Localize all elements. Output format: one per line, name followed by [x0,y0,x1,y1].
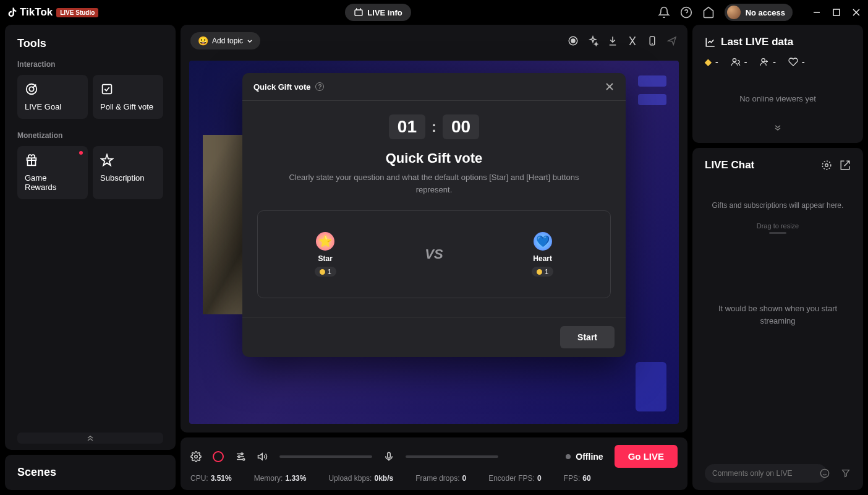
fps-stat: FPS:60 [564,474,591,483]
svg-point-12 [241,453,243,455]
gear-icon[interactable] [190,451,202,462]
notification-dot [79,151,83,155]
live-info-button[interactable]: LIVE info [345,4,411,21]
minimize-icon[interactable] [812,8,821,17]
vote-option-heart[interactable]: 💙 Heart 1 [532,232,553,277]
stat-viewers: - [731,57,747,67]
sliders-icon[interactable] [235,451,246,462]
tools-icon[interactable] [627,35,638,46]
brand-text: TikTok [20,6,53,19]
live-info-label: LIVE info [367,8,402,17]
chat-gifts-empty: Gifts and subscriptions will appear here… [705,183,851,222]
coin-icon [320,269,325,275]
vs-label: VS [425,246,443,262]
last-live-stats: ◆- - - - [705,57,851,67]
chevron-down-icon [247,38,253,44]
chat-title: LIVE Chat [705,159,754,171]
close-icon[interactable] [852,8,861,17]
user-menu[interactable]: No access [725,4,793,21]
subscription-card[interactable]: Subscription [93,146,163,199]
star-cost: 1 [315,267,336,277]
help-icon[interactable] [680,6,692,19]
heart-label: Heart [533,254,552,263]
interaction-label: Interaction [17,60,163,69]
add-topic-button[interactable]: 😀 Add topic [190,32,260,50]
mic-icon[interactable] [383,451,394,462]
chat-stream-empty: It would be shown when you start streami… [705,241,851,389]
chat-input-row [705,464,851,483]
chat-settings-icon[interactable] [821,160,832,171]
header-brand-area: TikTok LIVE Studio [7,6,98,19]
svg-rect-15 [388,452,391,458]
upload-stat: Upload kbps:0kb/s [328,474,393,483]
svg-point-13 [238,455,240,457]
heart-cost: 1 [532,267,553,277]
phone-icon[interactable] [647,35,658,46]
volume-icon[interactable] [257,451,268,462]
left-column: Tools Interaction LIVE Goal Poll & Gift … [5,25,176,490]
star-gift-icon: ⭐ [316,232,334,251]
start-button[interactable]: Start [560,326,615,348]
svg-point-18 [825,164,828,167]
stats-row: CPU:3.51% Memory:1.33% Upload kbps:0kb/s… [190,474,678,483]
scenes-title: Scenes [17,466,163,479]
timer-seconds[interactable]: 00 [443,114,479,139]
maximize-icon[interactable] [832,8,841,17]
timer-colon: : [432,118,436,136]
share-icon[interactable] [666,35,678,46]
encoder-stat: Encoder FPS:0 [488,474,541,483]
live-goal-card[interactable]: LIVE Goal [17,75,88,119]
live-studio-badge: LIVE Studio [56,8,98,17]
status-label: Offline [576,452,603,462]
preview-actions [568,35,678,46]
record-icon[interactable] [568,35,579,46]
app-header: TikTok LIVE Studio LIVE info No access [0,0,868,25]
offline-dot-icon [566,454,571,459]
popout-icon[interactable] [840,160,851,171]
info-icon[interactable]: ? [315,82,324,91]
header-right: No access [658,4,861,21]
stat-likes: - [788,57,805,67]
emoji-icon[interactable] [820,468,830,478]
svg-point-17 [762,59,765,62]
monetization-label: Monetization [17,131,163,140]
svg-point-9 [571,39,575,43]
chat-input[interactable] [705,464,827,483]
chat-divider-handle[interactable] [705,232,851,235]
stat-followers: - [759,57,776,67]
tools-collapse-button[interactable] [17,433,163,444]
target-icon [25,82,38,96]
volume-slider[interactable] [279,455,372,458]
sparkle-icon[interactable] [587,35,598,46]
svg-point-19 [822,161,831,170]
star-label: Star [318,254,333,263]
svg-point-14 [243,458,245,460]
modal-close-icon[interactable] [605,82,615,92]
home-icon[interactable] [702,6,715,19]
last-live-collapse[interactable] [705,122,851,137]
timer-minutes[interactable]: 01 [389,114,425,139]
subscription-label: Subscription [100,173,156,183]
game-rewards-card[interactable]: Game Rewards [17,146,88,199]
poll-gift-card[interactable]: Poll & Gift vote [93,75,163,119]
last-live-title: Last LIVE data [705,36,851,48]
mic-slider[interactable] [406,455,498,458]
record-button[interactable] [213,451,224,462]
svg-rect-5 [103,85,112,94]
vote-option-star[interactable]: ⭐ Star 1 [315,232,336,277]
go-live-button[interactable]: Go LIVE [615,445,678,468]
preview-topbar: 😀 Add topic [181,25,687,57]
tiktok-logo: TikTok [7,6,53,19]
frame-stat: Frame drops:0 [415,474,466,483]
right-column: Last LIVE data ◆- - - - No online viewer… [692,25,863,490]
add-topic-label: Add topic [212,37,243,45]
bell-icon[interactable] [658,6,670,19]
gift-icon [25,153,38,167]
heart-gift-icon: 💙 [534,232,552,251]
modal-body: 01 : 00 Quick Gift vote Clearly state yo… [242,101,626,317]
download-icon[interactable] [607,35,618,46]
tools-title: Tools [17,37,163,50]
modal-header-title: Quick Gift vote ? [253,82,324,92]
filter-icon[interactable] [841,468,851,478]
last-live-panel: Last LIVE data ◆- - - - No online viewer… [692,25,863,143]
